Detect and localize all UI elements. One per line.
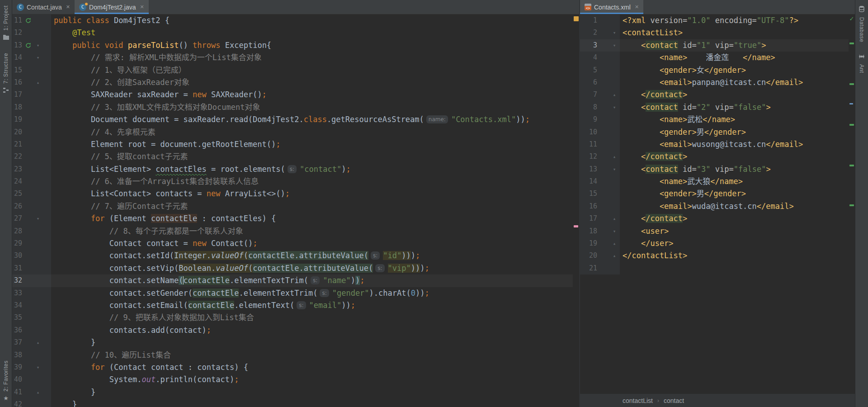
gutter[interactable]: 9 <box>580 114 620 126</box>
stripe-mark[interactable] <box>849 124 854 126</box>
gutter[interactable]: 19▴ <box>580 237 620 250</box>
gutter[interactable]: 17▴ <box>580 213 620 225</box>
gutter[interactable]: 14 <box>580 175 620 188</box>
code-line[interactable]: 20 // 4、先拿根元素 <box>12 126 573 138</box>
gutter[interactable]: 38 <box>12 349 51 361</box>
gutter[interactable]: 11 <box>12 14 51 27</box>
code-line[interactable]: 35 // 9、把联系人对象数据加入到List集合 <box>12 312 573 324</box>
code-line[interactable]: 18▾ <user> <box>580 225 849 237</box>
gutter[interactable]: 22 <box>12 151 51 163</box>
code-line[interactable]: 32 contact.setName(contactEle.elementTex… <box>12 274 573 287</box>
code-line[interactable]: 31 contact.setVip(Boolean.valueOf(contac… <box>12 262 573 274</box>
code-line[interactable]: 40 System.out.println(contact); <box>12 374 573 386</box>
code-line[interactable]: 33 contact.setGender(contactEle.elementT… <box>12 287 573 299</box>
fold-marker[interactable]: ▾ <box>609 163 620 175</box>
gutter[interactable]: 20 <box>12 126 51 138</box>
breadcrumb-item[interactable]: contactList <box>623 397 653 404</box>
gutter[interactable]: 17 <box>12 89 51 101</box>
close-icon[interactable]: ✕ <box>140 4 144 10</box>
gutter[interactable]: 36 <box>12 324 51 336</box>
code-line[interactable]: 41▴ } <box>12 386 573 398</box>
fold-marker[interactable]: ▴ <box>34 336 42 349</box>
gutter[interactable]: 15 <box>12 64 51 76</box>
stripe-mark[interactable] <box>574 225 578 227</box>
gutter[interactable]: 27▾ <box>12 213 51 225</box>
gutter[interactable]: 33 <box>12 287 51 299</box>
stripe-mark[interactable] <box>849 103 853 104</box>
gutter[interactable]: 30 <box>12 250 51 262</box>
gutter[interactable]: 19 <box>12 114 51 126</box>
fold-marker[interactable]: ▴ <box>609 250 620 262</box>
gutter[interactable]: 3▾ <box>580 39 620 52</box>
code-line[interactable]: 11 <email>wusong@itcast.cn</email> <box>580 138 849 151</box>
gutter[interactable]: 16 <box>580 200 620 213</box>
gutter[interactable]: 34 <box>12 299 51 312</box>
breadcrumb-item[interactable]: contact <box>664 397 684 404</box>
code-line[interactable]: 36 contacts.add(contact); <box>12 324 573 336</box>
code-line[interactable]: 12▴ </contact> <box>580 151 849 163</box>
fold-marker[interactable]: ▾ <box>34 39 42 52</box>
gutter[interactable]: 24 <box>12 175 51 188</box>
code-line[interactable]: 3▾ <contact id="1" vip="true"> <box>580 39 849 52</box>
gutter[interactable]: 16▴ <box>12 76 51 89</box>
gutter[interactable]: 32 <box>12 274 51 287</box>
gutter[interactable]: 39▾ <box>12 361 51 374</box>
code-line[interactable]: 18 // 3、加载XML文件成为文档对象Document对象 <box>12 101 573 114</box>
gutter[interactable]: 41▴ <box>12 386 51 398</box>
code-line[interactable]: 24 // 6、准备一个ArrayList集合封装联系人信息 <box>12 175 573 188</box>
fold-marker[interactable]: ▾ <box>34 361 42 374</box>
run-test-icon[interactable] <box>22 43 34 48</box>
code-line[interactable]: 13▾ <contact id="3" vip="false"> <box>580 163 849 175</box>
inspections-ok-icon[interactable]: ✓ <box>849 15 855 22</box>
gutter[interactable]: 20▴ <box>580 250 620 262</box>
stripe-mark[interactable] <box>849 204 854 206</box>
code-line[interactable]: 26 // 7、遍历Contact子元素 <box>12 200 573 213</box>
gutter[interactable]: 40 <box>12 374 51 386</box>
tool-button-project[interactable]: 1: Project <box>3 0 9 47</box>
gutter[interactable]: 11 <box>580 138 620 151</box>
code-line[interactable]: 27▾ for (Element contactEle : contactEle… <box>12 213 573 225</box>
fold-marker[interactable]: ▴ <box>34 386 42 398</box>
run-test-icon[interactable] <box>22 18 34 24</box>
java-editor-lines[interactable]: 11public class Dom4jTest2 {12 @Test13▾ p… <box>12 14 573 407</box>
stripe-mark[interactable] <box>574 16 579 21</box>
gutter[interactable]: 13▾ <box>12 39 51 52</box>
code-line[interactable]: 25 List<Contact> contacts = new ArrayLis… <box>12 188 573 200</box>
gutter[interactable]: 6 <box>580 76 620 89</box>
fold-marker[interactable]: ▴ <box>609 89 620 101</box>
gutter[interactable]: 18 <box>12 101 51 114</box>
code-line[interactable]: 16 <email>wuda@itcast.cn</email> <box>580 200 849 213</box>
gutter[interactable]: 1 <box>580 14 620 27</box>
code-line[interactable]: 14 <name>武大狼</name> <box>580 175 849 188</box>
gutter[interactable]: 12▴ <box>580 151 620 163</box>
gutter[interactable]: 8▾ <box>580 101 620 114</box>
gutter[interactable]: 25 <box>12 188 51 200</box>
code-line[interactable]: 16▴ // 2、创建SaxReader对象 <box>12 76 573 89</box>
close-icon[interactable]: ✕ <box>66 4 70 10</box>
editor-tab[interactable]: CContact.java✕ <box>12 0 75 14</box>
fold-marker[interactable]: ▾ <box>34 213 42 225</box>
xml-editor-error-stripe[interactable]: ✓ <box>849 14 855 393</box>
gutter[interactable]: 23 <box>12 163 51 175</box>
java-editor-error-stripe[interactable] <box>573 14 579 407</box>
editor-tab[interactable]: CDom4jTest2.java✕ <box>75 0 149 14</box>
code-line[interactable]: 10 <gender>男</gender> <box>580 126 849 138</box>
code-line[interactable]: 37▴ } <box>12 336 573 349</box>
code-line[interactable]: 17▴ </contact> <box>580 213 849 225</box>
code-line[interactable]: 20▴</contactList> <box>580 250 849 262</box>
code-line[interactable]: 38 // 10、遍历List集合 <box>12 349 573 361</box>
gutter[interactable]: 31 <box>12 262 51 274</box>
stripe-mark[interactable] <box>849 43 854 44</box>
fold-marker[interactable]: ▴ <box>609 237 620 250</box>
gutter[interactable]: 7▴ <box>580 89 620 101</box>
gutter[interactable]: 37▴ <box>12 336 51 349</box>
fold-marker[interactable]: ▾ <box>609 27 620 39</box>
code-line[interactable]: 22 // 5、提取contact子元素 <box>12 151 573 163</box>
editor-tab[interactable]: <>Contacts.xml✕ <box>580 0 643 14</box>
gutter[interactable]: 10 <box>580 126 620 138</box>
gutter[interactable]: 15 <box>580 188 620 200</box>
xml-editor-lines[interactable]: 1<?xml version="1.0" encoding="UTF-8"?>2… <box>580 14 849 393</box>
code-line[interactable]: 28 // 8、每个子元素都是一个联系人对象 <box>12 225 573 237</box>
code-line[interactable]: 15 // 1、导入框架（已完成） <box>12 64 573 76</box>
fold-marker[interactable]: ▾ <box>609 101 620 114</box>
